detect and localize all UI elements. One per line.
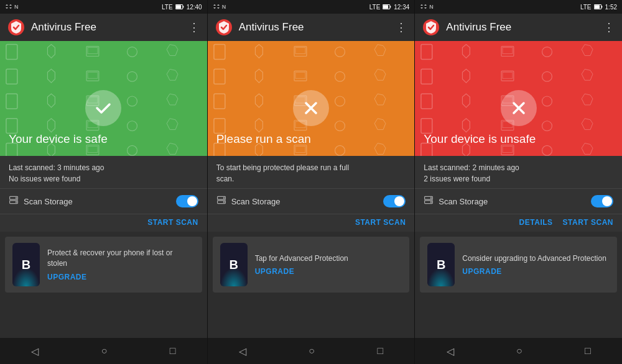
info-section: Last scanned: 2 minutes ago2 issues were… (415, 156, 622, 189)
antivirus-logo (422, 19, 440, 36)
upgrade-card[interactable]: B Tap for Advanced Protection UPGRADE (213, 237, 410, 293)
svg-rect-42 (295, 72, 305, 78)
home-button[interactable]: ○ (296, 340, 327, 362)
scan-storage-toggle[interactable] (591, 195, 613, 207)
menu-button[interactable]: ⋮ (396, 20, 407, 34)
recent-button[interactable]: □ (572, 340, 603, 362)
start-scan-button[interactable]: START SCAN (147, 218, 198, 227)
time-display: 12:34 (394, 4, 409, 11)
svg-rect-65 (594, 5, 599, 9)
x-icon (302, 99, 320, 117)
svg-point-31 (16, 201, 17, 202)
scan-storage-row[interactable]: Scan Storage (208, 189, 415, 214)
recent-button[interactable]: □ (364, 340, 396, 362)
svg-point-83 (542, 121, 552, 131)
svg-rect-36 (214, 45, 225, 60)
hero-section: Your device is safe (0, 41, 207, 156)
battery-icon (594, 4, 603, 10)
scan-storage-toggle[interactable] (176, 195, 198, 207)
svg-rect-41 (294, 71, 307, 81)
back-button[interactable]: ◁ (19, 340, 51, 362)
upgrade-card[interactable]: B Protect & recover your phone if lost o… (5, 237, 202, 293)
back-button[interactable]: ◁ (434, 340, 466, 362)
app-title: Antivirus Free (31, 21, 188, 34)
scan-storage-toggle[interactable] (383, 195, 406, 207)
svg-rect-33 (383, 5, 388, 9)
app-bar: Antivirus Free ⋮ (208, 14, 415, 41)
svg-rect-38 (295, 48, 305, 54)
hero-title: Your device is safe (9, 132, 108, 146)
check-icon (93, 98, 113, 118)
status-left: N (420, 3, 434, 11)
status-left: N (213, 3, 226, 11)
main-content: Last scanned: 3 minutes agoNo issues wer… (0, 156, 207, 338)
svg-rect-48 (214, 119, 225, 134)
upgrade-button[interactable]: UPGRADE (255, 267, 402, 276)
app-bar: Antivirus Free ⋮ (415, 14, 622, 41)
signal-strength: LTE (162, 4, 173, 11)
svg-point-15 (128, 96, 137, 106)
android-icon (420, 3, 427, 11)
scan-storage-label: Scan Storage (24, 197, 176, 206)
hero-section: Please run a scan (208, 41, 415, 156)
phone-panel-panel-safe: N LTE 12:40 Antivirus Free ⋮ Your device… (0, 0, 208, 364)
nav-bar: ◁ ○ □ (208, 338, 415, 364)
svg-point-30 (16, 198, 17, 199)
phone-glow (427, 268, 455, 286)
svg-point-23 (128, 145, 137, 155)
svg-rect-34 (390, 6, 391, 8)
menu-button[interactable]: ⋮ (603, 20, 615, 34)
status-right: LTE 1:52 (580, 4, 617, 11)
svg-rect-73 (501, 71, 514, 81)
antivirus-logo (215, 19, 233, 36)
upgrade-info: Consider upgrading to Advanced Protectio… (462, 253, 610, 276)
phone-glow (220, 268, 248, 286)
scan-storage-row[interactable]: Scan Storage (415, 189, 622, 214)
svg-point-79 (542, 96, 552, 106)
status-left: N (5, 3, 19, 11)
upgrade-button[interactable]: UPGRADE (462, 267, 610, 276)
recent-button[interactable]: □ (157, 340, 188, 362)
upgrade-info: Protect & recover your phone if lost or … (47, 248, 195, 281)
svg-rect-76 (421, 94, 432, 109)
battery-icon (383, 4, 391, 10)
svg-rect-37 (294, 47, 307, 57)
svg-point-43 (335, 71, 345, 81)
status-right: LTE 12:40 (162, 4, 202, 11)
signal-strength: LTE (580, 4, 592, 11)
start-scan-button[interactable]: START SCAN (563, 218, 613, 227)
home-button[interactable]: ○ (504, 340, 535, 362)
svg-point-94 (430, 198, 432, 199)
status-bar: N LTE 12:40 (0, 0, 207, 14)
details-button[interactable]: DETAILS (519, 218, 553, 227)
svg-rect-74 (503, 72, 513, 78)
status-right: LTE 12:34 (369, 4, 410, 11)
storage-icon (424, 195, 434, 207)
scan-storage-label: Scan Storage (439, 197, 591, 206)
upgrade-description: Protect & recover your phone if lost or … (47, 248, 195, 269)
svg-point-7 (128, 47, 137, 57)
upgrade-button[interactable]: UPGRADE (47, 273, 195, 281)
scan-storage-row[interactable]: Scan Storage (0, 189, 207, 214)
svg-rect-40 (214, 69, 225, 84)
storage-icon (9, 195, 19, 207)
action-row: START SCAN (0, 214, 207, 232)
start-scan-button[interactable]: START SCAN (355, 218, 406, 227)
home-button[interactable]: ○ (89, 340, 120, 362)
app-title: Antivirus Free (446, 21, 603, 34)
info-section: Last scanned: 3 minutes agoNo issues wer… (0, 156, 207, 189)
svg-rect-86 (503, 146, 513, 152)
android-icon (5, 3, 12, 11)
svg-point-62 (223, 198, 224, 199)
back-button[interactable]: ◁ (226, 340, 259, 362)
svg-rect-44 (214, 94, 225, 109)
svg-rect-54 (295, 146, 305, 152)
menu-button[interactable]: ⋮ (188, 20, 200, 34)
upgrade-card[interactable]: B Consider upgrading to Advanced Protect… (420, 237, 617, 293)
nav-bar: ◁ ○ □ (0, 338, 207, 364)
svg-point-39 (335, 47, 345, 57)
svg-rect-68 (421, 45, 432, 60)
svg-rect-1 (175, 5, 180, 9)
status-bar: N LTE 12:34 (208, 0, 415, 14)
hero-status-icon (293, 90, 329, 126)
